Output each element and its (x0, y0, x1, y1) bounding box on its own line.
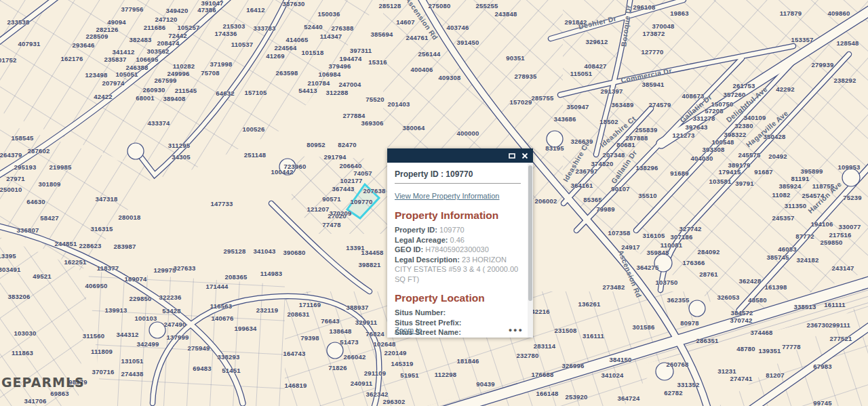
field-property-id: Property ID: 109770 (395, 225, 521, 235)
field-legal-description: Legal Description: 23 HORIZON CITY ESTAT… (395, 255, 521, 285)
popup-footer: Zoom to ●●● (395, 326, 524, 334)
map-viewer: Ascension RdAscension RdDeshler DrBoroqu… (0, 0, 868, 406)
field-situs-number: Situs Number: (395, 308, 521, 318)
close-icon[interactable] (521, 153, 528, 159)
popup-body: Property ID : 109770 View More Property … (387, 163, 533, 338)
property-location-heading: Property Location (395, 292, 521, 304)
popup-title: Property ID : 109770 (395, 169, 521, 179)
popup-divider (395, 183, 521, 184)
view-more-link[interactable]: View More Property Information (395, 192, 499, 200)
field-situs-street-sufix: Situs Street Sufix: (395, 338, 521, 338)
field-geo-id: GEO ID: H78405902300030 (395, 245, 521, 255)
zoom-to-link[interactable]: Zoom to (395, 326, 422, 334)
popup-scroll-thumb[interactable] (528, 165, 532, 301)
popup-scrollbar[interactable] (528, 163, 533, 338)
more-options-button[interactable]: ●●● (509, 327, 524, 333)
property-information-heading: Property Information (395, 209, 521, 222)
field-legal-acreage: Legal Acreage: 0.46 (395, 235, 521, 245)
watermark: GEPARMLS (1, 375, 85, 390)
dock-icon[interactable] (509, 153, 515, 159)
property-popup: Property ID : 109770 View More Property … (387, 148, 533, 338)
popup-header[interactable] (387, 148, 533, 163)
